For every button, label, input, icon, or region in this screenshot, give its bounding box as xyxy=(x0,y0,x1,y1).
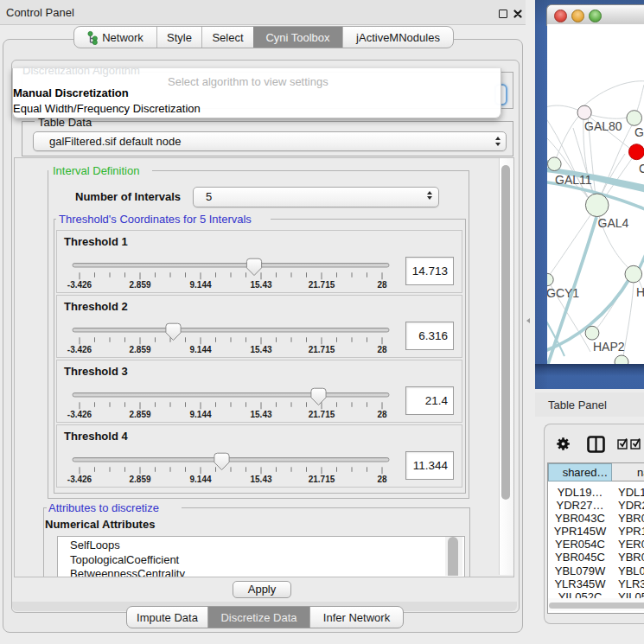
svg-text:21.715: 21.715 xyxy=(309,345,335,354)
svg-text:21.715: 21.715 xyxy=(309,280,335,290)
svg-text:15.43: 15.43 xyxy=(250,280,271,290)
svg-text:-3.426: -3.426 xyxy=(67,280,92,290)
svg-text:2.859: 2.859 xyxy=(129,410,150,419)
svg-text:21.715: 21.715 xyxy=(309,410,335,419)
svg-text:15.43: 15.43 xyxy=(250,345,271,354)
svg-text:GCY1: GCY1 xyxy=(547,286,579,300)
svg-text:HAP2: HAP2 xyxy=(593,340,625,354)
svg-text:9.144: 9.144 xyxy=(189,410,211,419)
svg-text:2.859: 2.859 xyxy=(129,475,150,484)
svg-text:GAL11: GAL11 xyxy=(555,173,592,187)
svg-text:28: 28 xyxy=(377,345,387,354)
svg-text:-3.426: -3.426 xyxy=(67,345,92,354)
svg-text:GAL4: GAL4 xyxy=(598,216,629,230)
svg-text:15.43: 15.43 xyxy=(250,410,271,419)
svg-text:2.859: 2.859 xyxy=(129,280,150,290)
svg-text:-3.426: -3.426 xyxy=(67,475,92,484)
svg-text:28: 28 xyxy=(377,410,387,419)
svg-text:HAP4: HAP4 xyxy=(636,285,644,299)
svg-text:28: 28 xyxy=(377,475,387,484)
svg-text:-3.426: -3.426 xyxy=(67,410,92,419)
svg-text:GAL80: GAL80 xyxy=(584,119,622,133)
svg-text:21.715: 21.715 xyxy=(309,475,335,484)
svg-text:28: 28 xyxy=(377,280,387,290)
svg-text:GAL3: GAL3 xyxy=(634,125,644,139)
svg-text:15.43: 15.43 xyxy=(250,475,271,484)
svg-text:9.144: 9.144 xyxy=(189,345,211,354)
svg-text:CD: CD xyxy=(639,162,644,175)
svg-text:9.144: 9.144 xyxy=(189,475,211,484)
svg-text:9.144: 9.144 xyxy=(189,280,211,290)
svg-text:2.859: 2.859 xyxy=(129,345,150,354)
